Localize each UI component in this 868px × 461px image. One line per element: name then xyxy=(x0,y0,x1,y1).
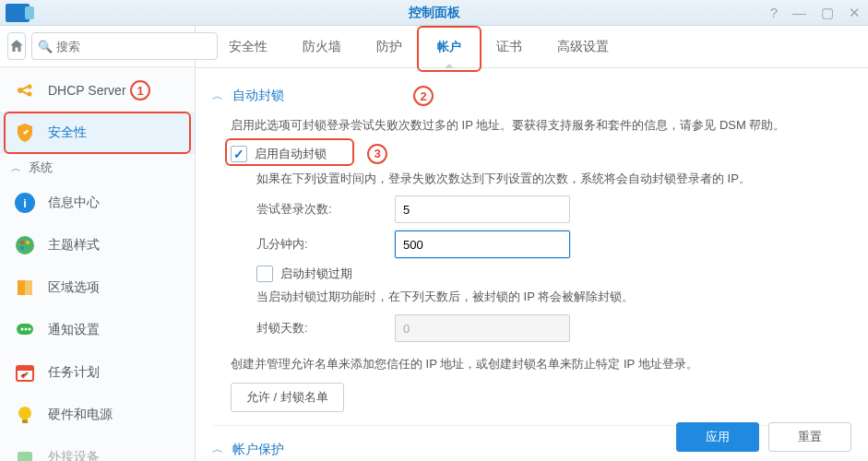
sidebar-item-notify[interactable]: 通知设置 xyxy=(0,309,195,351)
autoblock-description: 启用此选项可封锁登录尝试失败次数过多的 IP 地址。要获得支持服务和套件的信息，… xyxy=(231,116,842,135)
annotation-1: 1 xyxy=(130,80,150,100)
chevron-up-icon: ︿ xyxy=(11,161,21,175)
sidebar-item-label: DHCP Server xyxy=(48,83,126,98)
enable-expire-checkbox[interactable] xyxy=(256,266,273,282)
section-title: 帐户保护 xyxy=(232,442,284,458)
tab-firewall[interactable]: 防火墙 xyxy=(286,31,358,63)
enable-expire-label: 启动封锁过期 xyxy=(280,266,352,282)
svg-rect-18 xyxy=(22,420,28,423)
allow-block-list-button[interactable]: 允许 / 封锁名单 xyxy=(231,383,344,412)
tab-account[interactable]: 帐户 xyxy=(421,31,478,63)
reset-button[interactable]: 重置 xyxy=(768,422,851,452)
sidebar-item-label: 硬件和电源 xyxy=(48,407,113,423)
bulb-icon xyxy=(13,403,37,427)
attempts-label: 尝试登录次数: xyxy=(256,201,395,218)
sidebar-item-label: 区域选项 xyxy=(48,279,100,296)
sidebar-item-security[interactable]: 安全性 xyxy=(0,112,195,154)
flag-icon xyxy=(13,276,37,300)
svg-point-5 xyxy=(16,236,34,254)
home-button[interactable] xyxy=(7,32,26,60)
help-button[interactable]: ? xyxy=(770,5,778,21)
tab-advanced[interactable]: 高级设置 xyxy=(541,31,625,63)
enable-autoblock-checkbox[interactable] xyxy=(231,146,247,162)
footer-buttons: 应用 重置 xyxy=(676,422,851,452)
close-button[interactable]: ✕ xyxy=(849,5,861,21)
svg-point-7 xyxy=(26,241,30,244)
section-title: 自动封锁 xyxy=(232,88,284,104)
dhcp-icon xyxy=(13,78,37,102)
annotation-3: 3 xyxy=(367,144,387,164)
info-icon: i xyxy=(13,191,37,215)
svg-point-1 xyxy=(28,85,32,89)
content-pane: 安全性 防火墙 防护 帐户 证书 高级设置 ︿ 自动封锁 2 启用此选项可封锁登… xyxy=(196,26,868,461)
sidebar-item-label: 通知设置 xyxy=(48,322,100,338)
sidebar-item-dhcp[interactable]: DHCP Server 1 xyxy=(0,69,195,112)
tab-active-indicator xyxy=(445,64,454,68)
svg-rect-19 xyxy=(18,452,32,461)
svg-point-17 xyxy=(18,407,31,420)
chevron-up-icon: ︿ xyxy=(212,89,223,104)
section-autoblock-header[interactable]: ︿ 自动封锁 2 xyxy=(212,81,842,111)
sidebar-group-system[interactable]: ︿ 系统 xyxy=(0,154,195,182)
sidebar-item-label: 安全性 xyxy=(48,124,87,141)
titlebar: 控制面板 ? — ▢ ✕ xyxy=(0,0,868,26)
sidebar: 🔍 DHCP Server 1 安全性 ︿ 系统 i 信息中心 xyxy=(0,26,196,461)
enable-autoblock-label: 启用自动封锁 xyxy=(255,146,327,162)
calendar-icon xyxy=(13,361,37,384)
home-icon xyxy=(8,38,25,54)
tab-certificate[interactable]: 证书 xyxy=(480,31,539,63)
sidebar-item-power[interactable]: 硬件和电源 xyxy=(0,394,195,436)
chat-icon xyxy=(13,318,37,342)
sidebar-item-region[interactable]: 区域选项 xyxy=(0,266,195,309)
chevron-up-icon: ︿ xyxy=(212,442,223,457)
sidebar-item-label: 信息中心 xyxy=(48,195,100,211)
svg-rect-16 xyxy=(17,366,33,371)
tab-bar: 安全性 防火墙 防护 帐户 证书 高级设置 xyxy=(196,26,868,68)
sidebar-item-label: 主题样式 xyxy=(48,237,100,254)
sidebar-group-label: 系统 xyxy=(29,160,53,176)
tab-label: 帐户 xyxy=(437,39,461,55)
sidebar-item-label: 外接设备 xyxy=(48,449,100,461)
svg-text:i: i xyxy=(23,196,27,210)
app-icon xyxy=(6,4,30,22)
maximize-button[interactable]: ▢ xyxy=(821,5,834,21)
sidebar-item-external[interactable]: 外接设备 xyxy=(0,436,195,461)
device-icon xyxy=(13,445,37,461)
palette-icon xyxy=(13,233,37,257)
svg-rect-9 xyxy=(18,280,25,295)
autoblock-sub2: 当启动封锁过期功能时，在下列天数后，被封锁的 IP 将会被解除封锁。 xyxy=(256,288,842,307)
svg-point-2 xyxy=(28,92,32,97)
window-title: 控制面板 xyxy=(409,5,460,21)
search-input-wrap[interactable]: 🔍 xyxy=(31,32,218,60)
minimize-button[interactable]: — xyxy=(792,5,806,21)
days-label: 封锁天数: xyxy=(256,320,395,337)
sidebar-item-label: 任务计划 xyxy=(48,364,100,381)
autoblock-sub1: 如果在下列设置时间内，登录失败次数达到下列设置的次数，系统将会自动封锁登录者的 … xyxy=(256,170,842,189)
shield-icon xyxy=(13,121,37,145)
search-icon: 🔍 xyxy=(38,40,53,53)
minutes-input[interactable] xyxy=(395,230,570,258)
list-description: 创建并管理允许名单来添加您信任的 IP 地址，或创建封锁名单来防止特定 IP 地… xyxy=(231,355,842,373)
svg-point-14 xyxy=(29,328,31,331)
svg-point-12 xyxy=(21,328,24,331)
search-input[interactable] xyxy=(56,40,211,53)
svg-point-13 xyxy=(25,328,28,331)
svg-point-8 xyxy=(20,246,24,250)
sidebar-item-theme[interactable]: 主题样式 xyxy=(0,224,195,266)
minutes-label: 几分钟内: xyxy=(256,236,395,253)
apply-button[interactable]: 应用 xyxy=(676,422,759,452)
svg-rect-10 xyxy=(25,280,32,295)
attempts-input[interactable] xyxy=(395,195,570,223)
annotation-2: 2 xyxy=(413,86,434,106)
svg-point-6 xyxy=(20,241,24,244)
sidebar-item-task[interactable]: 任务计划 xyxy=(0,351,195,394)
tab-security[interactable]: 安全性 xyxy=(212,31,284,63)
days-input xyxy=(395,314,570,342)
sidebar-item-info[interactable]: i 信息中心 xyxy=(0,182,195,224)
tab-protection[interactable]: 防护 xyxy=(360,31,419,63)
